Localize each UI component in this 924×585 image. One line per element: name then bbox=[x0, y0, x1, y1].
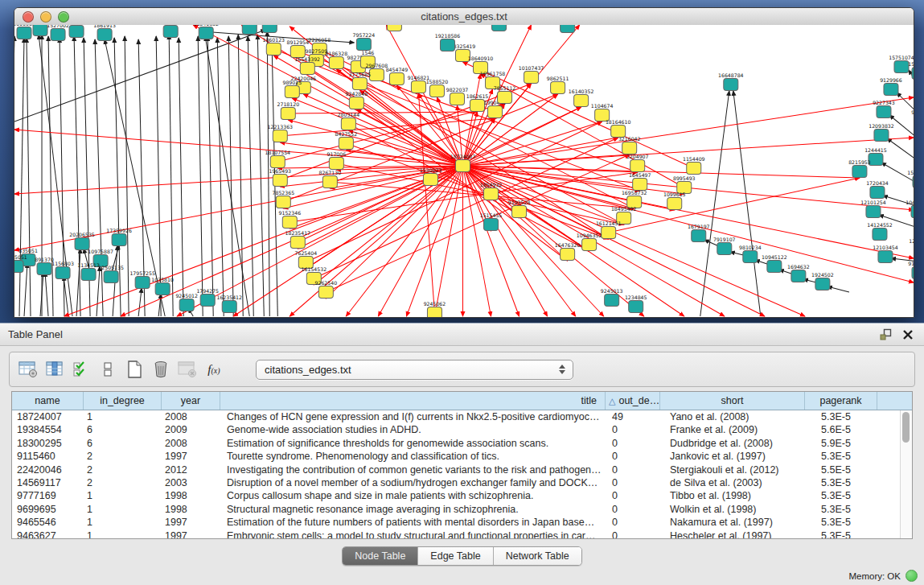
network-window-titlebar[interactable]: citations_edges.txt bbox=[14, 8, 914, 26]
svg-text:2204907: 2204907 bbox=[626, 154, 649, 160]
table-cell: 0 bbox=[606, 476, 660, 489]
row-height-icon[interactable] bbox=[96, 357, 120, 381]
svg-text:9245062: 9245062 bbox=[424, 302, 446, 307]
svg-text:1515455: 1515455 bbox=[480, 213, 503, 219]
dropdown-arrows-icon bbox=[555, 365, 569, 374]
svg-text:2718120: 2718120 bbox=[277, 102, 300, 108]
table-cell: 5.5E-5 bbox=[805, 463, 877, 476]
network-window: citations_edges.txt 18724007186012389129… bbox=[14, 7, 914, 318]
table-cell: Yano et al. (2008) bbox=[660, 410, 805, 423]
table-cell: 9699695 bbox=[12, 503, 84, 516]
svg-text:16154532: 16154532 bbox=[302, 267, 327, 273]
tab-edge-table[interactable]: Edge Table bbox=[418, 547, 493, 565]
table-row[interactable]: 2242004622012Investigating the contribut… bbox=[12, 463, 901, 476]
node-table: namein_degreeyeartitle△out_de…shortpager… bbox=[11, 391, 913, 539]
svg-text:16140352: 16140352 bbox=[569, 89, 594, 95]
table-row[interactable]: 946362711997Embryonic stem cells: a mode… bbox=[12, 529, 901, 539]
table-scrollbar[interactable] bbox=[900, 410, 912, 538]
table-toolbar: f(x) citations_edges.txt bbox=[9, 352, 915, 387]
svg-text:16476320: 16476320 bbox=[555, 243, 581, 249]
graph-node-yellow[interactable]: 917006 bbox=[327, 152, 347, 170]
table-cell: 49 bbox=[606, 410, 660, 423]
function-builder-icon[interactable]: f(x) bbox=[202, 357, 226, 381]
table-cell: 0 bbox=[606, 516, 660, 529]
table-row[interactable]: 1456911722003Disruption of a novel membe… bbox=[12, 476, 901, 489]
table-panel: Table Panel f(x) citations_edges.txt nam… bbox=[0, 323, 924, 585]
close-icon[interactable] bbox=[901, 328, 914, 341]
network-view[interactable]: 1872400718601238912954222605898275098186… bbox=[14, 25, 914, 317]
import-table-icon[interactable] bbox=[175, 357, 199, 381]
tab-node-table[interactable]: Node Table bbox=[343, 547, 418, 565]
svg-text:8454749: 8454749 bbox=[386, 68, 409, 73]
table-cell: 5.3E-5 bbox=[805, 516, 877, 529]
svg-text:8267130: 8267130 bbox=[319, 171, 342, 176]
svg-text:7919107: 7919107 bbox=[713, 237, 736, 243]
table-cell: Tibbo et al. (1998) bbox=[660, 489, 805, 502]
table-cell: Corpus callosum shape and size in male p… bbox=[220, 489, 606, 502]
row-select-icon[interactable] bbox=[69, 357, 93, 381]
svg-text:835051: 835051 bbox=[18, 249, 38, 254]
svg-text:8912954: 8912954 bbox=[287, 40, 310, 46]
column-header-out_de[interactable]: △out_de… bbox=[606, 392, 660, 410]
table-cell: 9777169 bbox=[12, 489, 84, 502]
svg-text:12103454: 12103454 bbox=[873, 245, 898, 251]
citation-network-graph[interactable]: 1872400718601238912954222605898275098186… bbox=[14, 25, 914, 317]
table-cell: 14569117 bbox=[12, 476, 84, 489]
column-header-in_degree[interactable]: in_degree bbox=[84, 392, 162, 410]
svg-text:8215953: 8215953 bbox=[848, 160, 871, 166]
table-cell: 2003 bbox=[162, 476, 220, 489]
column-header-year[interactable]: year bbox=[162, 392, 220, 410]
table-row[interactable]: 1872400712008Changes of HCN gene express… bbox=[12, 410, 901, 423]
table-row[interactable]: 977716911998Corpus callosum shape and si… bbox=[12, 489, 901, 502]
svg-text:10946352: 10946352 bbox=[577, 233, 602, 239]
table-cell: 5.3E-5 bbox=[805, 503, 877, 516]
svg-text:9262540: 9262540 bbox=[315, 281, 338, 286]
scrollbar-thumb[interactable] bbox=[902, 412, 910, 443]
table-cell: Tourette syndrome. Phenomenology and cla… bbox=[220, 450, 606, 463]
sort-ascending-icon: △ bbox=[609, 396, 615, 406]
column-header-short[interactable]: short bbox=[660, 392, 805, 410]
table-cell: Dudbridge et al. (2008) bbox=[660, 437, 805, 450]
column-header-title[interactable]: title bbox=[220, 392, 606, 410]
svg-text:1156803: 1156803 bbox=[51, 262, 74, 267]
table-selector-dropdown[interactable]: citations_edges.txt bbox=[256, 360, 573, 380]
svg-text:12104554: 12104554 bbox=[909, 239, 914, 245]
column-chooser-icon[interactable] bbox=[43, 357, 67, 381]
column-header-name[interactable]: name bbox=[12, 392, 84, 410]
table-cell: 5.3E-5 bbox=[805, 410, 877, 423]
svg-text:9154352: 9154352 bbox=[911, 110, 914, 116]
column-header-pagerank[interactable]: pagerank bbox=[805, 392, 877, 410]
table-row[interactable]: 1938455462009Genome-wide association stu… bbox=[12, 423, 901, 436]
table-row[interactable]: 946554611997Estimation of the future num… bbox=[12, 516, 901, 529]
float-window-icon[interactable] bbox=[879, 328, 892, 341]
table-cell: 6 bbox=[84, 437, 162, 450]
delete-table-icon[interactable] bbox=[149, 357, 173, 381]
table-cell: 1 bbox=[84, 503, 162, 516]
svg-text:18495492: 18495492 bbox=[611, 207, 637, 212]
new-table-icon[interactable] bbox=[122, 357, 146, 381]
svg-text:7955112: 7955112 bbox=[494, 86, 516, 92]
svg-text:10975887: 10975887 bbox=[88, 249, 113, 255]
table-cell: 1 bbox=[84, 529, 162, 539]
svg-text:18107554: 18107554 bbox=[265, 150, 291, 156]
table-cell: 5.3E-5 bbox=[805, 529, 877, 539]
svg-text:12505135: 12505135 bbox=[98, 266, 124, 271]
svg-text:18164610: 18164610 bbox=[606, 120, 631, 126]
table-row[interactable]: 969969511998Structural magnetic resonanc… bbox=[12, 503, 901, 516]
table-cell: 0 bbox=[606, 463, 660, 476]
table-settings-icon[interactable] bbox=[16, 357, 40, 381]
graph-node-yellow[interactable]: 989015 bbox=[282, 80, 302, 98]
table-cell: 6 bbox=[84, 423, 162, 436]
svg-text:18724007: 18724007 bbox=[450, 154, 476, 160]
table-cell: 5.6E-5 bbox=[805, 423, 877, 436]
table-row[interactable]: 1830029562008Estimation of significance … bbox=[12, 437, 901, 450]
table-cell: Changes of HCN gene expression and I(f) … bbox=[220, 410, 606, 423]
table-cell: Stergiakouli et al. (2012) bbox=[660, 463, 805, 476]
svg-text:989015: 989015 bbox=[282, 80, 302, 86]
svg-text:917006: 917006 bbox=[327, 152, 347, 158]
table-cell: Franke et al. (2009) bbox=[660, 423, 805, 436]
svg-text:9245012: 9245012 bbox=[175, 294, 198, 299]
svg-text:1099615: 1099615 bbox=[663, 192, 686, 198]
tab-network-table[interactable]: Network Table bbox=[494, 547, 581, 565]
table-row[interactable]: 911546021997Tourette syndrome. Phenomeno… bbox=[12, 450, 901, 463]
